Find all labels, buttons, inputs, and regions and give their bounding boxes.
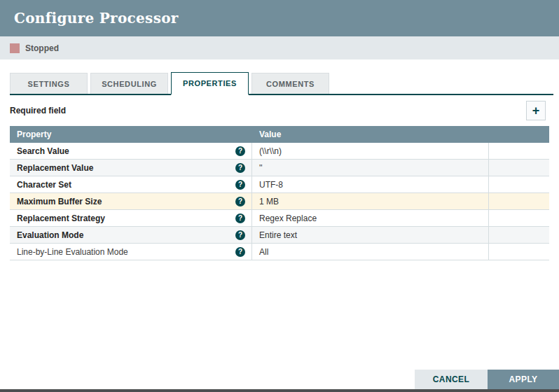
plus-icon: + bbox=[532, 104, 540, 117]
column-header-value: Value bbox=[252, 130, 489, 139]
property-name: Maximum Buffer Size bbox=[17, 197, 102, 206]
property-name: Replacement Strategy bbox=[17, 214, 105, 223]
row-actions bbox=[489, 193, 549, 209]
table-row[interactable]: Maximum Buffer Size ? 1 MB bbox=[10, 193, 549, 210]
help-icon[interactable]: ? bbox=[235, 180, 245, 190]
cancel-button[interactable]: CANCEL bbox=[415, 370, 488, 389]
row-actions bbox=[489, 244, 549, 260]
property-value[interactable]: UTF-8 bbox=[252, 176, 489, 192]
row-actions bbox=[489, 176, 549, 192]
property-value[interactable]: All bbox=[252, 244, 489, 260]
property-name: Search Value bbox=[17, 146, 69, 156]
tab-bar: SETTINGS SCHEDULING PROPERTIES COMMENTS bbox=[10, 72, 553, 95]
status-bar: Stopped bbox=[0, 36, 559, 59]
tab-comments[interactable]: COMMENTS bbox=[251, 73, 329, 94]
help-icon[interactable]: ? bbox=[235, 197, 245, 206]
property-value[interactable]: (\\r\\n) bbox=[252, 143, 489, 159]
property-value[interactable]: 1 MB bbox=[252, 193, 489, 209]
row-actions bbox=[489, 210, 549, 226]
configure-processor-dialog: Configure Processor Stopped SETTINGS SCH… bbox=[0, 0, 559, 392]
table-row[interactable]: Evaluation Mode ? Entire text bbox=[10, 227, 549, 244]
help-icon[interactable]: ? bbox=[235, 214, 245, 223]
help-icon[interactable]: ? bbox=[235, 163, 245, 173]
property-name: Replacement Value bbox=[17, 163, 93, 173]
dialog-header: Configure Processor bbox=[0, 0, 559, 36]
tab-properties[interactable]: PROPERTIES bbox=[171, 72, 249, 95]
tab-settings[interactable]: SETTINGS bbox=[10, 73, 88, 94]
table-row[interactable]: Character Set ? UTF-8 bbox=[10, 176, 549, 193]
help-icon[interactable]: ? bbox=[235, 230, 245, 240]
property-name: Line-by-Line Evaluation Mode bbox=[17, 247, 128, 257]
canvas-edge bbox=[0, 389, 559, 392]
row-actions bbox=[489, 160, 549, 176]
row-actions bbox=[489, 227, 549, 243]
table-row[interactable]: Replacement Value ? '' bbox=[10, 160, 549, 176]
property-value[interactable]: Regex Replace bbox=[252, 210, 489, 226]
help-icon[interactable]: ? bbox=[235, 247, 245, 257]
property-name: Character Set bbox=[17, 180, 71, 190]
add-property-button[interactable]: + bbox=[526, 101, 546, 120]
properties-table: Property Value Search Value ? (\\r\\n) R… bbox=[10, 126, 549, 260]
row-actions bbox=[489, 143, 549, 159]
property-value[interactable]: '' bbox=[252, 160, 489, 176]
dialog-footer: CANCEL APPLY bbox=[415, 370, 559, 389]
properties-toolbar: Required field + bbox=[0, 95, 559, 126]
table-row[interactable]: Line-by-Line Evaluation Mode ? All bbox=[10, 244, 549, 260]
table-header: Property Value bbox=[10, 126, 549, 143]
apply-button[interactable]: APPLY bbox=[488, 370, 559, 389]
required-field-label: Required field bbox=[10, 106, 66, 115]
stopped-status-icon bbox=[10, 43, 20, 53]
table-row[interactable]: Search Value ? (\\r\\n) bbox=[10, 143, 549, 160]
property-name: Evaluation Mode bbox=[17, 230, 83, 240]
property-value[interactable]: Entire text bbox=[252, 227, 489, 243]
table-row[interactable]: Replacement Strategy ? Regex Replace bbox=[10, 210, 549, 227]
column-header-property: Property bbox=[10, 130, 252, 139]
help-icon[interactable]: ? bbox=[235, 146, 245, 156]
dialog-title: Configure Processor bbox=[14, 10, 179, 27]
tab-scheduling[interactable]: SCHEDULING bbox=[90, 73, 168, 94]
status-label: Stopped bbox=[25, 43, 59, 53]
